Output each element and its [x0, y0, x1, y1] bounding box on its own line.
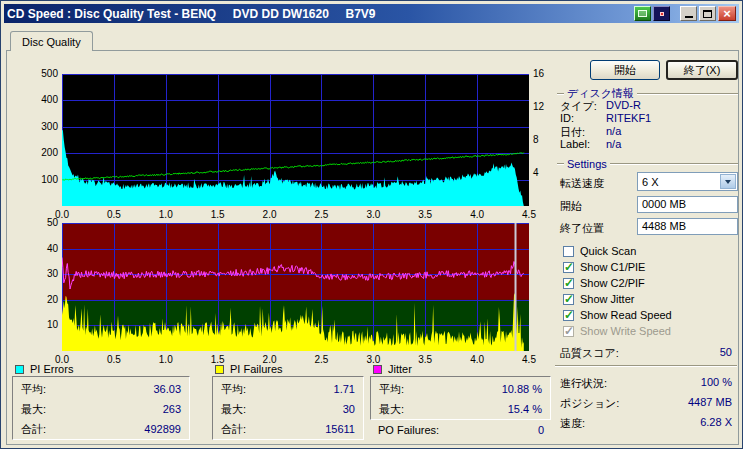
po-failures-value: 0 [538, 424, 544, 436]
axis-tick-label: 100 [28, 174, 58, 185]
minimize-button[interactable] [680, 6, 697, 21]
stat-label: 平均: [21, 379, 46, 399]
axis-tick-label: 2.0 [258, 354, 282, 365]
maximize-button[interactable] [699, 6, 716, 21]
jitter-stats-box: 平均:10.88 % 最大:15.4 % [370, 376, 551, 420]
checkbox-box [563, 246, 574, 257]
stat-row: 合計:15611 [221, 419, 355, 439]
stat-label: 合計: [21, 419, 46, 439]
stat-label: 平均: [379, 379, 404, 399]
axis-tick-label: 2.0 [258, 209, 282, 220]
quality-score-row: 品質スコア: 50 [560, 346, 732, 361]
axis-tick-label: 4.5 [517, 209, 541, 220]
axis-tick-label: 2.5 [309, 354, 333, 365]
stat-value: 10.88 % [502, 379, 542, 399]
stat-value: 30 [343, 399, 355, 419]
speed-label: 転送速度 [560, 176, 604, 191]
stat-row: 最大:30 [221, 399, 355, 419]
stat-row: 平均:1.71 [221, 379, 355, 399]
axis-tick-label: 30 [28, 268, 58, 279]
axis-tick-label: 4.5 [517, 354, 541, 365]
checkbox-show-write-speed[interactable]: Show Write Speed [563, 325, 671, 337]
disc-icon [660, 12, 664, 16]
end-pos-label: 終了位置 [560, 221, 604, 236]
titlebar[interactable]: CD Speed : Disc Quality Test - BENQ DVD … [4, 4, 739, 23]
checkbox-box [563, 294, 574, 305]
window-title: CD Speed : Disc Quality Test - BENQ DVD … [7, 7, 376, 21]
stat-label: 最大: [221, 399, 246, 419]
jitter-swatch [373, 365, 382, 374]
pif-jitter-chart [62, 223, 529, 351]
axis-tick-label: 300 [28, 121, 58, 132]
stat-value: 1.71 [334, 379, 355, 399]
checkbox-show-read-speed[interactable]: Show Read Speed [563, 309, 672, 321]
stat-label: 平均: [221, 379, 246, 399]
axis-tick-label: 20 [28, 294, 58, 305]
start-pos-label: 開始 [560, 199, 582, 214]
tab-page: PI Errors PI Failures Jitter 平均:36.03 最大… [6, 50, 739, 445]
stat-label: 最大: [379, 399, 404, 419]
speed-value: 6 X [638, 176, 719, 188]
pie-readspeed-chart [62, 74, 529, 206]
maximize-icon [703, 10, 712, 18]
speed-combobox[interactable]: 6 X [637, 172, 738, 191]
stat-label: 最大: [21, 399, 46, 419]
checkbox-show-jitter[interactable]: Show Jitter [563, 293, 634, 305]
disc-id-row: ID: RITEKF1 [560, 112, 738, 124]
settings-group-title: Settings [557, 158, 738, 170]
pif-swatch [215, 365, 224, 374]
checkbox-show-c1-pie[interactable]: Show C1/PIE [563, 261, 645, 273]
checkbox-show-c2-pif[interactable]: Show C2/PIF [563, 277, 645, 289]
checkbox-label: Show C2/PIF [580, 277, 645, 289]
progress-row: 進行状況: 100 % [560, 376, 732, 391]
dropdown-button[interactable] [720, 174, 736, 189]
axis-tick-label: 4 [533, 167, 555, 178]
checkbox-quick-scan[interactable]: Quick Scan [563, 245, 636, 257]
groupbox-line [637, 93, 738, 95]
position-label: ポジション: [560, 396, 619, 411]
disc-id-value: RITEKF1 [606, 112, 651, 124]
start-pos-input[interactable]: 0000 MB [637, 196, 738, 213]
disc-label-row: Label: n/a [560, 138, 738, 150]
groupbox-line [557, 163, 564, 165]
axis-tick-label: 1.5 [206, 354, 230, 365]
speed-readout-label: 速度: [560, 416, 585, 431]
axis-tick-label: 1.0 [154, 354, 178, 365]
axis-tick-label: 16 [533, 68, 555, 79]
checkbox-label: Show Read Speed [580, 309, 672, 321]
checkbox-box [563, 326, 574, 337]
axis-tick-label: 0.5 [102, 209, 126, 220]
app-window: CD Speed : Disc Quality Test - BENQ DVD … [0, 0, 743, 449]
stat-value: 492899 [144, 419, 181, 439]
groupbox-line [610, 163, 738, 165]
checkbox-label: Show Jitter [580, 293, 634, 305]
axis-tick-label: 400 [28, 94, 58, 105]
stat-row: 平均:36.03 [21, 379, 181, 399]
exit-button[interactable]: 終了(X) [666, 60, 738, 80]
axis-tick-label: 1.5 [206, 209, 230, 220]
progress-value: 100 % [701, 376, 732, 391]
close-button[interactable]: × [718, 6, 736, 21]
stat-value: 263 [163, 399, 181, 419]
titlebar-chart-icon[interactable] [634, 6, 651, 21]
axis-tick-label: 40 [28, 243, 58, 254]
start-button[interactable]: 開始 [590, 60, 660, 80]
titlebar-disc-icon[interactable] [653, 6, 670, 21]
checkbox-box [563, 278, 574, 289]
tab-disc-quality[interactable]: Disc Quality [10, 31, 93, 51]
pie-swatch [15, 365, 24, 374]
disc-id-label: ID: [560, 112, 606, 124]
axis-tick-label: 2.5 [309, 209, 333, 220]
pif-stats-box: 平均:1.71 最大:30 合計:15611 [212, 376, 364, 440]
stat-value: 15611 [325, 419, 355, 439]
position-value: 4487 MB [688, 396, 732, 411]
divider [555, 365, 737, 367]
quality-score-value: 50 [720, 346, 732, 361]
end-pos-input[interactable]: 4488 MB [637, 218, 738, 235]
axis-tick-label: 3.5 [413, 209, 437, 220]
po-failures-label: PO Failures: [378, 424, 439, 436]
chevron-down-icon [725, 180, 731, 184]
position-row: ポジション: 4487 MB [560, 396, 732, 411]
groupbox-line [557, 93, 564, 95]
minimize-icon [685, 16, 693, 18]
